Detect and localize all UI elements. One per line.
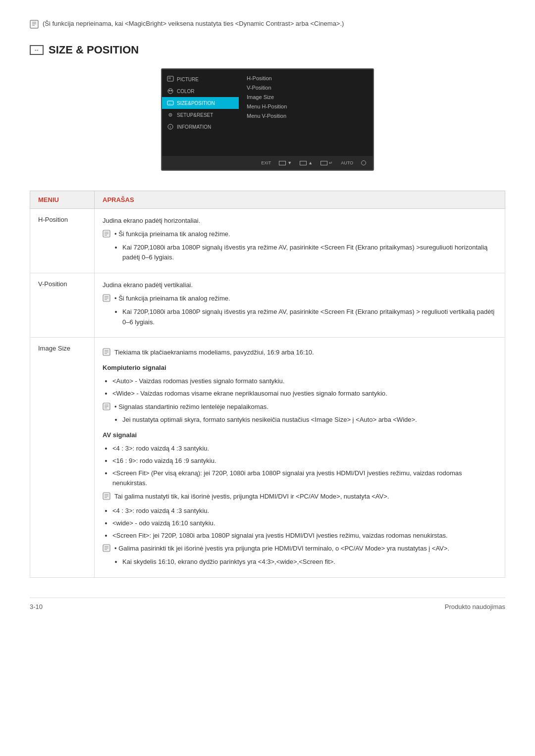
av-item3: <Screen Fit> (Per visą ekraną): jei 720P… [112, 468, 497, 489]
av2-note1-text: • Galima pasirinkti tik jei išorinė įves… [114, 544, 449, 554]
info-icon: i [167, 123, 174, 130]
hpos-note1: • Ši funkcija prieinama tik analog režim… [103, 229, 497, 240]
page-number: 3-10 [30, 603, 43, 610]
menu-item-picture: PICTURE [162, 73, 239, 85]
monitor-footer: EXIT ▼ ▲ ↵ AUTO [162, 156, 373, 170]
av2-sub-list: Kai skydelis 16:10, ekrano dydžio parink… [122, 557, 497, 567]
imagesize-intro-text: Tiekiama tik plačiaekraniams modeliams, … [114, 348, 314, 358]
note-inline-icon2 [103, 294, 110, 302]
exit-btn: EXIT [261, 160, 271, 165]
row-menu-vposition: V-Position [30, 273, 95, 338]
top-note: (Ši funkcija neprieinama, kai <MagicBrig… [30, 20, 505, 29]
row-menu-hposition: H-Position [30, 209, 95, 273]
table-row: Image Size Tiekiama tik plačiaekraniams … [30, 338, 505, 578]
note-inline-icon5 [103, 492, 110, 500]
page-footer: 3-10 Produkto naudojimas [30, 598, 505, 610]
table-header-desc: APRAŠAS [95, 191, 505, 209]
comp-note1-text: • Signalas standartinio režimo lentelėje… [114, 402, 268, 412]
note-inline-icon [103, 230, 110, 238]
av-note1: Tai galima nustatyti tik, kai išorinė įv… [103, 492, 497, 502]
menu-item-color: COLOR [162, 85, 239, 97]
svg-rect-0 [30, 20, 38, 28]
comp-sub-list: Jei nustatyta optimali skyra, formato sa… [122, 415, 497, 425]
table-row: H-Position Judina ekrano padėtį horizont… [30, 209, 505, 273]
up-btn: ▲ [300, 160, 313, 165]
comp-item1: <Auto> - Vaizdas rodomas įvesties signal… [112, 376, 497, 387]
picture-icon [167, 76, 174, 83]
table-header-menu: MENIU [30, 191, 95, 209]
section-title: SIZE & POSITION [30, 44, 505, 56]
hpos-sub-list: Kai 720P,1080i arba 1080P signalų išvest… [122, 243, 497, 263]
monitor-screen: PICTURE COLOR ↔ SIZE&POSITION [161, 68, 374, 171]
comp-signals-list: <Auto> - Vaizdas rodomas įvesties signal… [112, 376, 497, 399]
av-signals-list2: <4 : 3>: rodo vaizdą 4 :3 santykiu. <wid… [112, 506, 497, 541]
auto-btn: AUTO [341, 160, 353, 165]
svg-point-8 [171, 90, 172, 92]
down-btn: ▼ [279, 160, 292, 165]
right-menu-v: Menu V-Position [247, 113, 365, 119]
av-item2: <16 : 9>: rodo vaizdą 16 :9 santykiu. [112, 456, 497, 466]
svg-rect-5 [168, 77, 171, 79]
row-desc-vposition: Judina ekrano padėtį vertikaliai. • Ši f… [95, 273, 505, 338]
color-icon [167, 88, 174, 95]
menu-item-size: ↔ SIZE&POSITION [162, 97, 239, 109]
right-h-position: H-Position [247, 75, 365, 81]
hpos-main: Judina ekrano padėtį horizontaliai. [103, 216, 497, 226]
setup-icon [167, 111, 174, 118]
av-item1: <4 : 3>: rodo vaizdą 4 :3 santykiu. [112, 444, 497, 454]
comp-item2: <Wide> - Vaizdas rodomas visame ekrane n… [112, 389, 497, 399]
power-btn [361, 160, 366, 165]
svg-point-6 [168, 89, 173, 94]
note-icon [30, 20, 39, 29]
footer-label: Produkto naudojimas [445, 603, 505, 610]
menu-setup-label: SETUP&RESET [177, 112, 213, 118]
row-menu-imagesize: Image Size [30, 338, 95, 578]
menu-picture-label: PICTURE [177, 77, 199, 82]
av2-note1: • Galima pasirinkti tik jei išorinė įves… [103, 544, 497, 554]
right-menu-h: Menu H-Position [247, 103, 365, 109]
table-row: V-Position Judina ekrano padėtį vertikal… [30, 273, 505, 338]
top-note-text: (Ši funkcija neprieinama, kai <MagicBrig… [43, 20, 344, 27]
menu-item-info: i INFORMATION [162, 121, 239, 133]
monitor-left-menu: PICTURE COLOR ↔ SIZE&POSITION [162, 69, 239, 156]
av-note1-text: Tai galima nustatyti tik, kai išorinė įv… [114, 492, 389, 502]
av-signals-header: AV signalai [103, 430, 497, 441]
svg-point-12 [170, 114, 171, 115]
av2-item3: <Screen Fit>: jei 720P, 1080i arba 1080P… [112, 531, 497, 541]
vpos-main: Judina ekrano padėtį vertikaliai. [103, 280, 497, 291]
menu-item-setup: SETUP&RESET [162, 109, 239, 121]
comp-note1: • Signalas standartinio režimo lentelėje… [103, 402, 497, 412]
enter-btn: ↵ [321, 160, 333, 165]
svg-point-7 [169, 90, 170, 92]
av2-item2: <wide> - odo vaizdą 16:10 santykiu. [112, 518, 497, 529]
size-position-icon [30, 45, 44, 55]
note-inline-icon3 [103, 348, 110, 356]
vpos-sub-list: Kai 720P,1080i arba 1080P signalų išvest… [122, 307, 497, 328]
section-title-text: SIZE & POSITION [49, 44, 139, 56]
monitor-illustration: PICTURE COLOR ↔ SIZE&POSITION [30, 68, 505, 171]
hpos-sub-item: Kai 720P,1080i arba 1080P signalų išvest… [122, 243, 497, 263]
note-inline-icon6 [103, 544, 110, 552]
av-signals-list: <4 : 3>: rodo vaizdą 4 :3 santykiu. <16 … [112, 444, 497, 489]
row-desc-imagesize: Tiekiama tik plačiaekraniams modeliams, … [95, 338, 505, 578]
note-inline-icon4 [103, 403, 110, 410]
svg-text:i: i [170, 125, 171, 129]
main-table: MENIU APRAŠAS H-Position Judina ekrano p… [30, 191, 505, 578]
row-desc-hposition: Judina ekrano padėtį horizontaliai. • Ši… [95, 209, 505, 273]
menu-size-label: SIZE&POSITION [177, 101, 215, 106]
right-v-position: V-Position [247, 85, 365, 91]
vpos-note1: • Ši funkcija prieinama tik analog režim… [103, 294, 497, 304]
svg-text:↔: ↔ [168, 102, 171, 105]
comp-signals-header: Kompiuterio signalai [103, 363, 497, 373]
comp-sub-item: Jei nustatyta optimali skyra, formato sa… [122, 415, 497, 425]
hpos-note1-text: • Ši funkcija prieinama tik analog režim… [114, 229, 230, 240]
right-image-size: Image Size [247, 94, 365, 100]
menu-info-label: INFORMATION [177, 124, 211, 130]
av2-item1: <4 : 3>: rodo vaizdą 4 :3 santykiu. [112, 506, 497, 516]
monitor-right-menu: H-Position V-Position Image Size Menu H-… [239, 69, 373, 156]
menu-color-label: COLOR [177, 89, 195, 94]
imagesize-intro-note: Tiekiama tik plačiaekraniams modeliams, … [103, 348, 497, 358]
vpos-sub-item: Kai 720P,1080i arba 1080P signalų išvest… [122, 307, 497, 328]
av2-sub-item: Kai skydelis 16:10, ekrano dydžio parink… [122, 557, 497, 567]
vpos-note1-text: • Ši funkcija prieinama tik analog režim… [114, 294, 230, 304]
